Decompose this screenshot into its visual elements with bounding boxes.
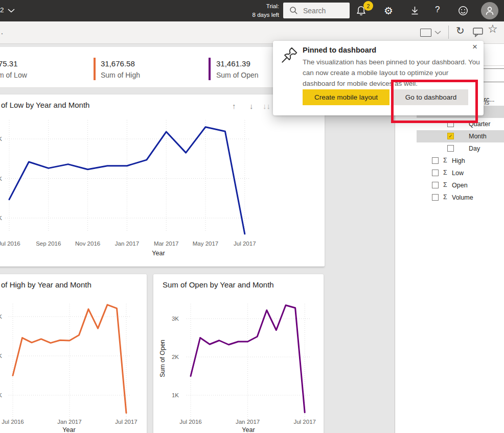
close-icon[interactable]: × [472,42,477,52]
view-mode-chevron-icon[interactable] [434,30,442,35]
create-mobile-layout-button[interactable]: Create mobile layout [303,89,390,105]
field-row-day[interactable]: Day [410,142,504,155]
field-label: Day [469,145,480,152]
kpi-label: Sum of High [101,71,140,79]
field-row-volume[interactable]: ΣVolume [410,191,504,204]
line-series [191,305,305,413]
kpi-value: 31,461.39 [216,59,250,68]
title-fragment: . [1,28,3,36]
view-mode-icon[interactable] [420,29,431,37]
trial-line2: 8 days left [238,11,279,19]
settings-gear-icon[interactable]: ⚙ [384,5,393,17]
x-axis-tick-label: Jan 2017 [115,240,139,247]
x-axis-tick-label: Sep 2016 [36,240,61,247]
favorite-star-icon[interactable]: ☆ [488,25,498,34]
refresh-icon[interactable]: ↻ [456,26,465,35]
kpi-accent-bar [209,58,211,80]
comment-icon[interactable] [473,28,484,37]
sigma-icon: Σ [443,169,447,176]
line-chart-sum-of-open: 1K2K3KJul 2016Jan 2017Jul 2017YearSum of… [153,274,324,433]
x-axis-tick-label: Jul 2016 [179,419,201,425]
x-axis-tick-label: Mar 2017 [154,240,179,247]
trial-status: Trial: 8 days left [238,2,279,19]
chevron-down-icon[interactable] [7,8,15,13]
line-chart-sum-of-low: 1K2K3KJul 2016Sep 2016Nov 2016Jan 2017Ma… [0,94,325,267]
toolbar-divider [448,26,449,39]
x-axis-tick-label: Jul 2016 [0,240,20,247]
y-axis-tick-label: 3K [0,136,2,142]
x-axis-tick-label: Jan 2017 [236,419,260,425]
kpi-value: 31,676.58 [101,59,135,68]
field-label: Low [452,170,464,177]
trial-line1: Trial: [238,2,279,11]
x-axis-tick-label: May 2017 [193,240,219,247]
y-axis-tick-label: 3K [0,314,2,320]
field-row-open[interactable]: ΣOpen [410,179,504,191]
visual-sum-of-high: of High by Year and Month 1K2K3KJul 2016… [0,274,147,433]
sigma-icon: Σ [443,181,447,188]
line-series [13,305,126,413]
kpi-label: m of Low [0,71,27,79]
person-icon [485,6,495,16]
search-input[interactable] [302,6,348,15]
pane-header-fragment: ls [485,99,489,106]
x-axis-title: Year [242,426,255,433]
field-label: High [452,157,465,164]
field-label: Volume [452,194,473,201]
field-row-high[interactable]: ΣHigh [410,155,504,167]
help-icon[interactable]: ? [435,5,440,15]
user-avatar[interactable] [481,2,498,19]
kpi-value: 75.31 [0,59,18,68]
kpi-label: Sum of Open [216,71,259,79]
x-axis-tick-label: Jul 2017 [115,419,137,425]
visual-sum-of-low: of Low by Year and Month ↑ ↓ ↓↓ 1K2K3KJu… [0,94,325,267]
global-search[interactable] [283,3,350,18]
sigma-icon: Σ [443,157,447,164]
workspace-name-fragment: 2 [0,6,4,14]
line-series [9,127,245,234]
y-axis-tick-label: 1K [0,392,2,398]
field-label: Month [469,133,487,140]
x-axis-title: Year [62,426,75,433]
field-checkbox[interactable] [432,170,439,176]
y-axis-tick-label: 2K [0,353,2,359]
field-label: Open [452,182,468,189]
x-axis-tick-label: Nov 2016 [75,240,100,247]
field-row-highlight [417,130,504,142]
y-axis-tick-label: 1K [0,215,2,221]
x-axis-tick-label: Jul 2017 [293,419,315,425]
field-checkbox[interactable]: ✓ [447,133,454,139]
field-row-low[interactable]: ΣLow [410,167,504,179]
kpi-accent-bar [94,58,96,80]
search-icon [289,6,298,15]
app-top-bar: 2 Trial: 8 days left 2 ⚙ ? [0,0,504,21]
x-axis-title: Year [152,250,165,257]
download-icon[interactable] [410,6,419,16]
pin-icon [280,45,299,65]
field-checkbox[interactable] [447,145,454,152]
x-axis-tick-label: Jan 2017 [57,419,81,425]
x-axis-tick-label: Jul 2017 [234,240,256,247]
field-row-month[interactable]: ✓Month [410,130,504,142]
field-checkbox[interactable] [432,182,439,188]
y-axis-tick-label: 3K [172,316,179,322]
y-axis-title: Sum of Open [159,340,166,377]
y-axis-tick-label: 2K [172,354,179,360]
visual-sum-of-open: Sum of Open by Year and Month 1K2K3KJul … [153,274,324,433]
line-chart-sum-of-high: 1K2K3KJul 2016Jan 2017Jul 2017Year [0,274,147,433]
popup-title: Pinned to dashboard [303,46,376,54]
field-checkbox[interactable] [432,157,439,164]
feedback-smiley-icon[interactable] [457,5,469,16]
notification-count-badge[interactable]: 2 [363,1,373,11]
annotation-highlight-rectangle [391,80,478,123]
field-checkbox[interactable] [432,194,439,201]
y-axis-tick-label: 2K [0,176,2,182]
sigma-icon: Σ [443,194,447,201]
y-axis-tick-label: 1K [172,392,179,398]
x-axis-tick-label: Jul 2016 [2,419,24,425]
